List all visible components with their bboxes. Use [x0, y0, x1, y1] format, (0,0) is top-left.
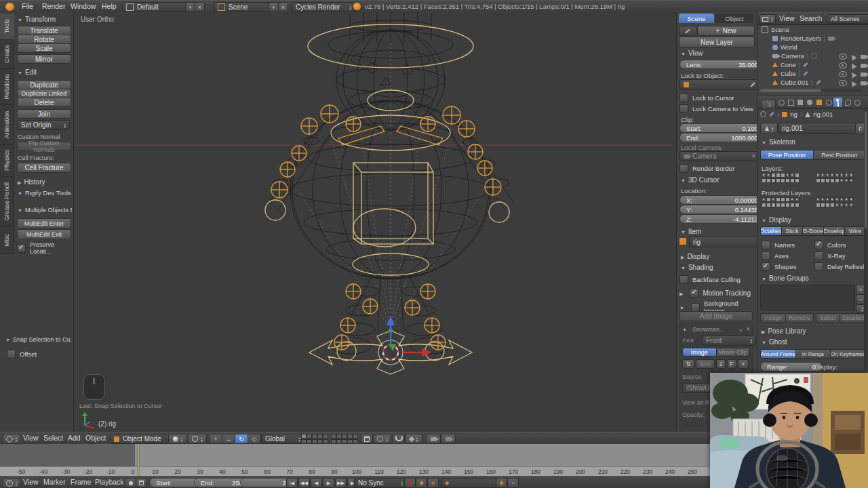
render-border-checkbox[interactable]: [679, 164, 688, 173]
editor-type-properties[interactable]: [761, 100, 776, 109]
bg-fake-user-button[interactable]: F: [727, 359, 736, 369]
colors-checkbox[interactable]: [814, 241, 823, 249]
bg-axis-dropdown[interactable]: Front: [702, 336, 756, 346]
clear-camera-icon[interactable]: ×: [751, 152, 755, 160]
ghost-around-frame[interactable]: Around Frame: [760, 349, 796, 359]
scale-button[interactable]: Scale: [17, 43, 71, 53]
outliner-item-cone[interactable]: Cone|: [772, 61, 808, 68]
manipulator-translate[interactable]: ↔: [222, 434, 235, 444]
snap-magnet-button[interactable]: [393, 434, 405, 444]
ghost-type-toggle[interactable]: Around Frame In Range On Keyframes: [760, 349, 866, 359]
tab-physics-icon[interactable]: [843, 98, 852, 107]
orientation-dropdown[interactable]: Global: [261, 434, 304, 444]
join-button[interactable]: Join: [17, 109, 71, 119]
bg-unlink-button[interactable]: ×: [738, 359, 749, 369]
sync-dropdown[interactable]: No Sync: [354, 478, 407, 488]
delay-refresh-row[interactable]: Delay Refresh: [814, 262, 866, 271]
shapes-checkbox[interactable]: [762, 262, 770, 271]
outliner-scrollbar[interactable]: [760, 89, 862, 92]
new-layer-button[interactable]: New Layer: [679, 37, 755, 47]
draw-wire[interactable]: Wire: [845, 226, 866, 236]
outliner-scope-dropdown[interactable]: All Scenes: [827, 14, 868, 24]
layers-grid-2[interactable]: [331, 434, 359, 444]
manipulator-toggle[interactable]: +: [209, 434, 222, 444]
lens-field[interactable]: Lens:35.000: [679, 60, 765, 69]
next-keyframe-button[interactable]: ▶▶: [335, 478, 347, 488]
outliner-item-cube001[interactable]: Cube.001|: [772, 79, 821, 86]
offset-row[interactable]: Offset: [7, 350, 37, 359]
playback-controls[interactable]: |◀ ◀◀ ◀ ▶ ▶▶ ▶|: [286, 478, 359, 488]
lock-to-scene-button[interactable]: [361, 434, 373, 444]
v3d-menu-object[interactable]: Object: [85, 432, 106, 444]
n-tab-scene[interactable]: Scene: [679, 14, 714, 23]
panel-transform[interactable]: Transform: [18, 16, 56, 23]
play-button[interactable]: ▶: [323, 478, 334, 488]
shelf-tab-animation[interactable]: Animation: [0, 105, 14, 145]
editor-type-3dview[interactable]: [3, 434, 20, 444]
properties-scrollbar[interactable]: [864, 109, 867, 370]
delay-refresh-checkbox[interactable]: [814, 262, 823, 271]
screen-layout-selector[interactable]: Default: [122, 2, 191, 12]
outliner-item-cube[interactable]: Cube|: [772, 70, 808, 77]
keyingset-remove-button[interactable]: ×: [507, 478, 519, 488]
armature-layers-grid-b[interactable]: [816, 173, 855, 184]
panel-skeleton[interactable]: Skeleton: [762, 138, 795, 146]
backface-culling-checkbox[interactable]: [679, 275, 688, 284]
tab-constraints-icon[interactable]: [824, 98, 833, 107]
rotate-button[interactable]: Rotate: [17, 35, 71, 44]
auto-keyframe-button[interactable]: [125, 478, 136, 488]
panel-edit[interactable]: Edit: [18, 68, 37, 76]
tab-material-icon[interactable]: [852, 98, 861, 107]
names-checkbox[interactable]: [762, 241, 770, 249]
duplicate-linked-button[interactable]: Duplicate Linked: [17, 89, 71, 98]
current-frame-field[interactable]: 2: [240, 478, 293, 487]
draw-bbone[interactable]: B-Bone: [803, 226, 824, 236]
panel-rigify[interactable]: Rigify Dev Tools: [18, 189, 71, 197]
manipulator-scale[interactable]: ◇: [248, 434, 261, 444]
remove-scene-button[interactable]: ×: [278, 2, 288, 12]
layers-grid-1[interactable]: [301, 434, 329, 444]
outliner-item-camera[interactable]: Camera|: [772, 52, 817, 60]
cursor-y-field[interactable]: Y:0.14438: [679, 205, 765, 214]
cursor-x-field[interactable]: X:0.00000: [679, 195, 765, 205]
flip-custom-normals-button[interactable]: Flip Custom Normals: [17, 142, 71, 151]
bone-groups-list[interactable]: [760, 285, 855, 310]
xray-checkbox[interactable]: [814, 251, 823, 260]
panel-bone-groups[interactable]: Bone Groups: [762, 274, 809, 282]
draw-octahedral[interactable]: Octahed: [760, 226, 782, 236]
add-scene-button[interactable]: +: [269, 2, 279, 12]
preserve-location-checkbox[interactable]: [17, 244, 26, 253]
tab-world-icon[interactable]: [805, 98, 814, 107]
breadcrumb[interactable]: › rig › rig.001: [760, 110, 833, 118]
v3d-menu-select[interactable]: Select: [43, 432, 63, 444]
panel-view[interactable]: View: [681, 49, 703, 57]
clip-start-field[interactable]: Start:0.100: [679, 123, 765, 133]
id-name-field[interactable]: rig.001: [778, 123, 862, 134]
bg-users-count[interactable]: 2: [716, 359, 726, 369]
editor-type-timeline[interactable]: [3, 478, 20, 488]
bg-assign-button[interactable]: Assign: [760, 313, 786, 323]
jump-to-start-button[interactable]: |◀: [286, 478, 298, 488]
clip-end-field[interactable]: End:1000.000: [679, 133, 765, 142]
bg-deselect-button[interactable]: Deselect: [840, 313, 867, 323]
bg-collapse-icon[interactable]: ⌄: [738, 325, 743, 333]
tab-object-icon[interactable]: [814, 98, 823, 107]
manipulator-buttons[interactable]: + ↔ ↻ ◇: [209, 434, 261, 444]
xray-row[interactable]: X-Ray: [814, 251, 845, 260]
bg-toggle-image[interactable]: Image: [682, 348, 717, 357]
menu-file[interactable]: File: [22, 1, 33, 12]
draw-stick[interactable]: Stick: [782, 226, 803, 236]
panel-history[interactable]: History: [18, 178, 45, 186]
delete-keyframe-button[interactable]: ◆: [427, 478, 439, 488]
panel-ghost[interactable]: Ghost: [762, 338, 787, 346]
pose-position-toggle[interactable]: Pose Position: [760, 150, 814, 160]
cursor-z-field[interactable]: Z:-4.11213: [679, 214, 765, 224]
keyingset-insert-button[interactable]: ◆: [496, 478, 507, 488]
bg-browse-button[interactable]: ⇅: [682, 359, 694, 369]
render-engine-selector[interactable]: Cycles Render: [292, 2, 355, 12]
blender-logo-icon[interactable]: [5, 3, 14, 11]
outliner-restrictions[interactable]: [837, 52, 868, 87]
bg-source-toggle[interactable]: Image Movie Clip: [682, 348, 750, 357]
offset-checkbox[interactable]: [7, 350, 16, 359]
axes-row[interactable]: Axes: [762, 251, 789, 260]
